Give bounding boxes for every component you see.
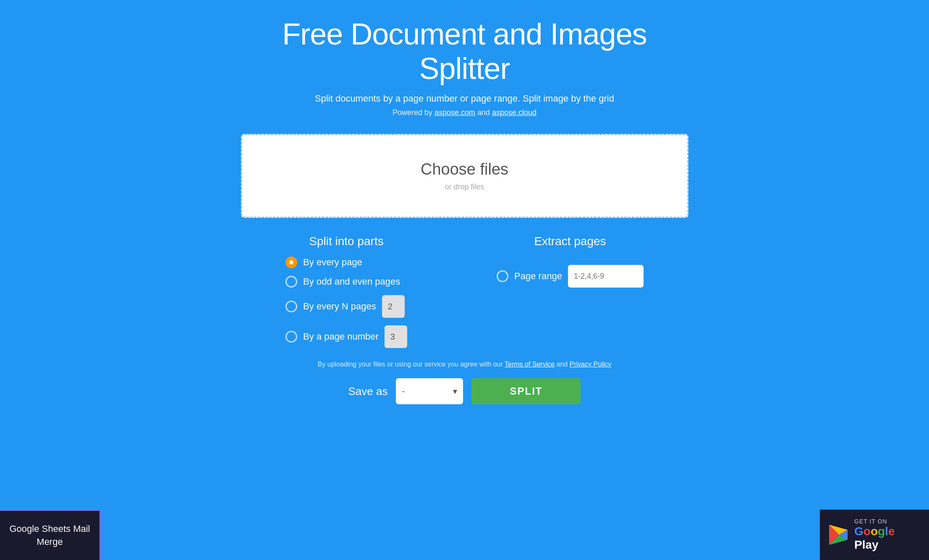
powered-by: Powered by aspose.com and aspose.cloud bbox=[393, 108, 536, 117]
every-n-input[interactable] bbox=[382, 295, 405, 318]
split-radio-group: By every page By odd and even pages By e… bbox=[285, 256, 407, 348]
aspose-com-link[interactable]: aspose.com bbox=[434, 108, 475, 117]
radio-every-n[interactable] bbox=[285, 301, 297, 312]
split-every-page[interactable]: By every page bbox=[285, 256, 407, 268]
save-as-label: Save as bbox=[348, 385, 388, 398]
page-title: Free Document and Images Splitter bbox=[241, 17, 688, 86]
choose-files-label: Choose files bbox=[421, 160, 508, 178]
split-odd-even-label: By odd and even pages bbox=[303, 276, 400, 287]
google-play-banner[interactable]: GET IT ON Google Play bbox=[820, 510, 929, 560]
google-play-icon bbox=[827, 524, 849, 546]
split-section-label: Split into parts bbox=[285, 235, 407, 248]
tos-text: By uploading your files or using our ser… bbox=[318, 361, 612, 368]
google-sheets-banner-text: Google Sheets Mail Merge bbox=[4, 523, 95, 549]
radio-every-page[interactable] bbox=[285, 256, 297, 268]
radio-page-range[interactable] bbox=[497, 270, 508, 282]
radio-page-number[interactable] bbox=[285, 331, 297, 343]
split-every-n[interactable]: By every N pages bbox=[285, 295, 407, 318]
tos-link[interactable]: Terms of Service bbox=[505, 361, 555, 368]
save-as-select[interactable]: - PDF DOCX PNG bbox=[396, 378, 463, 404]
save-as-select-wrapper[interactable]: - PDF DOCX PNG bbox=[396, 378, 463, 404]
google-sheets-banner[interactable]: Google Sheets Mail Merge bbox=[0, 510, 101, 560]
split-section: Split into parts By every page By odd an… bbox=[285, 235, 407, 348]
file-dropzone[interactable]: Choose files or drop files bbox=[241, 134, 688, 218]
split-page-number[interactable]: By a page number bbox=[285, 325, 407, 348]
play-text-container: GET IT ON Google Play bbox=[854, 518, 921, 552]
bottom-bar: Save as - PDF DOCX PNG SPLIT bbox=[241, 378, 688, 417]
split-every-n-label: By every N pages bbox=[303, 301, 376, 312]
page-range-label: Page range bbox=[514, 271, 562, 282]
drop-files-label: or drop files bbox=[445, 183, 484, 191]
page-subtitle: Split documents by a page number or page… bbox=[315, 93, 614, 104]
split-odd-even[interactable]: By odd and even pages bbox=[285, 276, 407, 288]
page-number-input[interactable] bbox=[385, 325, 407, 348]
aspose-cloud-link[interactable]: aspose.cloud bbox=[492, 108, 536, 117]
extract-section: Extract pages Page range bbox=[497, 235, 644, 288]
page-range-input[interactable] bbox=[568, 265, 644, 288]
split-every-page-label: By every page bbox=[303, 257, 362, 268]
get-it-on-text: GET IT ON bbox=[854, 518, 921, 525]
split-page-number-label: By a page number bbox=[303, 331, 379, 342]
extract-section-label: Extract pages bbox=[497, 235, 644, 248]
radio-odd-even[interactable] bbox=[285, 276, 297, 288]
split-button[interactable]: SPLIT bbox=[471, 378, 581, 404]
options-row: Split into parts By every page By odd an… bbox=[241, 235, 688, 348]
extract-page-range[interactable]: Page range bbox=[497, 265, 644, 288]
privacy-link[interactable]: Privacy Policy bbox=[570, 361, 612, 368]
google-play-text: Google Play bbox=[854, 525, 921, 552]
